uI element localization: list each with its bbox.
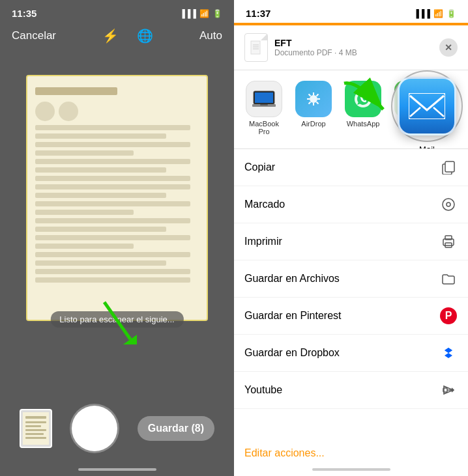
shutter-button[interactable] bbox=[72, 406, 117, 451]
close-button[interactable]: ✕ bbox=[439, 38, 458, 57]
share-option-archivos[interactable]: Guardar en Archivos bbox=[234, 260, 468, 298]
svg-rect-8 bbox=[25, 437, 46, 439]
svg-rect-4 bbox=[25, 421, 46, 423]
mail-icon bbox=[398, 77, 456, 135]
dropbox-label: Guardar en Dropbox bbox=[244, 347, 340, 359]
archivos-icon bbox=[439, 270, 458, 288]
svg-marker-33 bbox=[445, 348, 452, 353]
marcado-icon bbox=[439, 195, 458, 214]
share-sheet-panel: 11:37 ▐▐▐ 📶 🔋 EFT Documento PDF · 4 MB ✕ bbox=[234, 0, 468, 476]
marcado-label: Marcado bbox=[244, 199, 285, 210]
document-info: EFT Documento PDF · 4 MB bbox=[274, 38, 433, 57]
svg-line-22 bbox=[410, 107, 420, 117]
signal-icon-right: ▐▐▐ bbox=[413, 9, 430, 18]
document-name: EFT bbox=[274, 38, 433, 48]
right-status-icons: ▐▐▐ 📶 🔋 bbox=[413, 9, 456, 18]
battery-icon: 🔋 bbox=[212, 9, 222, 18]
svg-point-27 bbox=[443, 199, 454, 210]
scan-thumbnail[interactable] bbox=[20, 409, 52, 448]
wifi-icon-right: 📶 bbox=[433, 9, 443, 18]
share-option-dropbox[interactable]: Guardar en Dropbox bbox=[234, 335, 468, 372]
macbook-icon bbox=[246, 81, 282, 117]
app-item-airdrop[interactable]: AirDrop bbox=[294, 81, 333, 143]
copiar-label: Copiar bbox=[244, 161, 275, 173]
dropbox-icon bbox=[439, 344, 458, 362]
wifi-icon: 📶 bbox=[199, 9, 209, 18]
flash-icon[interactable]: ⚡ bbox=[102, 28, 119, 44]
macbook-label: MacBookPro bbox=[249, 120, 279, 135]
pinterest-label: Guardar en Pinterest bbox=[244, 310, 342, 322]
svg-rect-3 bbox=[25, 416, 46, 419]
svg-line-1 bbox=[104, 302, 130, 339]
share-options-list: Copiar Marcado Imprimir bbox=[234, 148, 468, 440]
app-item-macbook[interactable]: MacBookPro bbox=[244, 81, 284, 143]
camera-viewfinder: Listo para escanear el siguie... bbox=[0, 49, 234, 399]
green-arrow-right bbox=[338, 77, 390, 125]
svg-point-28 bbox=[446, 203, 450, 206]
mail-label: Mail bbox=[419, 145, 435, 148]
share-option-copiar[interactable]: Copiar bbox=[234, 149, 468, 186]
share-header: EFT Documento PDF · 4 MB ✕ bbox=[234, 25, 468, 70]
left-status-icons: ▐▐▐ 📶 🔋 bbox=[179, 9, 222, 18]
svg-rect-21 bbox=[409, 93, 445, 119]
svg-rect-14 bbox=[255, 92, 273, 103]
svg-rect-9 bbox=[251, 41, 260, 54]
app-row: MacBookPro AirDrop bbox=[234, 70, 468, 148]
left-status-bar: 11:35 ▐▐▐ 📶 🔋 bbox=[0, 0, 234, 23]
home-indicator-right bbox=[312, 468, 390, 471]
airdrop-icon bbox=[295, 81, 332, 117]
imprimir-icon bbox=[439, 232, 458, 251]
home-indicator bbox=[78, 468, 156, 471]
imprimir-label: Imprimir bbox=[244, 236, 282, 247]
save-button[interactable]: Guardar (8) bbox=[138, 416, 214, 441]
youtube-icon bbox=[439, 381, 458, 399]
svg-rect-26 bbox=[445, 161, 454, 172]
camera-toolbar: Cancelar ⚡ 🌐 Auto bbox=[0, 23, 234, 49]
share-option-marcado[interactable]: Marcado bbox=[234, 186, 468, 223]
document-icon bbox=[244, 33, 268, 62]
globe-icon[interactable]: 🌐 bbox=[137, 28, 153, 44]
archivos-label: Guardar en Archivos bbox=[244, 273, 340, 285]
signal-icon: ▐▐▐ bbox=[179, 9, 196, 18]
right-time: 11:37 bbox=[246, 8, 271, 19]
svg-line-23 bbox=[433, 107, 444, 117]
share-option-youtube[interactable]: Youtube bbox=[234, 372, 468, 409]
share-option-imprimir[interactable]: Imprimir bbox=[234, 223, 468, 260]
app-item-mail[interactable]: Mail bbox=[391, 70, 463, 148]
pinterest-icon: P bbox=[439, 307, 458, 325]
mail-highlight-circle bbox=[391, 70, 463, 142]
airdrop-label: AirDrop bbox=[301, 120, 325, 128]
left-time: 11:35 bbox=[12, 8, 37, 19]
right-status-bar: 11:37 ▐▐▐ 📶 🔋 bbox=[234, 0, 468, 23]
svg-rect-16 bbox=[260, 104, 268, 105]
svg-rect-7 bbox=[25, 433, 44, 435]
camera-controls: Guardar (8) bbox=[0, 399, 234, 464]
battery-icon-right: 🔋 bbox=[446, 9, 456, 18]
document-scan bbox=[26, 75, 208, 321]
svg-point-17 bbox=[310, 95, 317, 103]
document-meta: Documento PDF · 4 MB bbox=[274, 48, 433, 57]
svg-rect-20 bbox=[409, 93, 445, 119]
copiar-icon bbox=[439, 158, 458, 176]
edit-actions[interactable]: Editar acciones... bbox=[234, 440, 468, 464]
green-arrow-left bbox=[98, 299, 137, 347]
share-option-pinterest[interactable]: Guardar en Pinterest P bbox=[234, 298, 468, 335]
auto-label: Auto bbox=[199, 29, 222, 42]
svg-rect-6 bbox=[25, 429, 46, 431]
cancel-button[interactable]: Cancelar bbox=[12, 29, 56, 42]
camera-panel: 11:35 ▐▐▐ 📶 🔋 Cancelar ⚡ 🌐 Auto bbox=[0, 0, 234, 476]
youtube-label: Youtube bbox=[244, 384, 282, 396]
svg-rect-5 bbox=[25, 425, 41, 427]
